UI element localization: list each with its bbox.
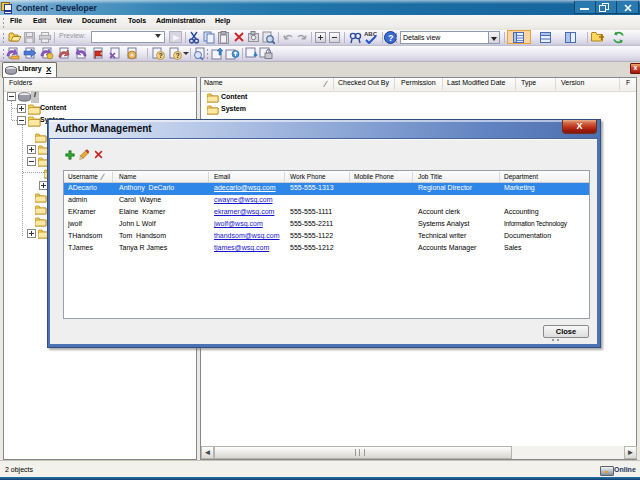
svg-text:?: ? (388, 33, 394, 43)
svg-text:?: ? (176, 52, 180, 59)
svg-text:?: ? (159, 52, 163, 59)
